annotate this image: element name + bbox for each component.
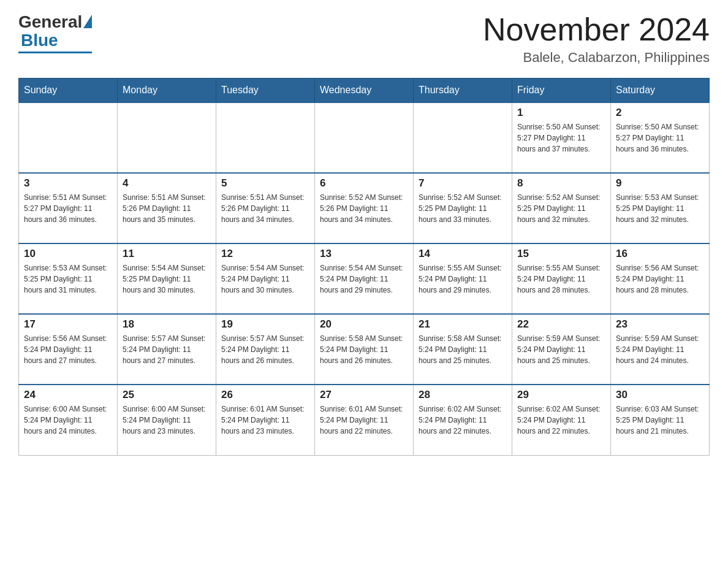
weekday-header-thursday: Thursday [414,79,512,103]
day-number: 5 [221,177,309,190]
week-row-3: 10Sunrise: 5:53 AM Sunset: 5:25 PM Dayli… [19,243,710,314]
day-number: 9 [616,177,704,190]
day-number: 4 [123,177,211,190]
day-number: 16 [616,248,704,260]
day-info: Sunrise: 6:00 AM Sunset: 5:24 PM Dayligh… [24,404,112,437]
weekday-header-tuesday: Tuesday [216,79,315,103]
weekday-header-row: SundayMondayTuesdayWednesdayThursdayFrid… [19,79,710,103]
day-number: 27 [320,389,408,401]
day-info: Sunrise: 5:54 AM Sunset: 5:24 PM Dayligh… [320,262,408,296]
day-number: 29 [517,389,605,401]
day-info: Sunrise: 5:58 AM Sunset: 5:24 PM Dayligh… [320,333,408,366]
week-row-2: 3Sunrise: 5:51 AM Sunset: 5:27 PM Daylig… [19,173,710,243]
day-info: Sunrise: 6:00 AM Sunset: 5:24 PM Dayligh… [123,404,211,437]
day-number: 21 [419,318,507,331]
day-info: Sunrise: 5:50 AM Sunset: 5:27 PM Dayligh… [517,121,605,155]
week-row-4: 17Sunrise: 5:56 AM Sunset: 5:24 PM Dayli… [19,314,710,385]
day-info: Sunrise: 5:55 AM Sunset: 5:24 PM Dayligh… [517,262,605,296]
day-info: Sunrise: 5:51 AM Sunset: 5:27 PM Dayligh… [24,192,112,225]
calendar-cell: 5Sunrise: 5:51 AM Sunset: 5:26 PM Daylig… [216,173,315,243]
day-info: Sunrise: 6:02 AM Sunset: 5:24 PM Dayligh… [419,404,507,437]
calendar-cell [414,102,512,173]
calendar-cell: 19Sunrise: 5:57 AM Sunset: 5:24 PM Dayli… [216,314,315,385]
day-number: 17 [24,318,112,331]
calendar-cell [315,102,414,173]
weekday-header-wednesday: Wednesday [315,79,414,103]
title-section: November 2024 Balele, Calabarzon, Philip… [483,12,710,66]
day-number: 3 [24,177,112,190]
location-title: Balele, Calabarzon, Philippines [483,50,710,66]
calendar-cell: 2Sunrise: 5:50 AM Sunset: 5:27 PM Daylig… [611,102,710,173]
calendar-cell: 6Sunrise: 5:52 AM Sunset: 5:26 PM Daylig… [315,173,414,243]
calendar-cell: 13Sunrise: 5:54 AM Sunset: 5:24 PM Dayli… [315,243,414,314]
calendar-cell: 15Sunrise: 5:55 AM Sunset: 5:24 PM Dayli… [512,243,611,314]
day-info: Sunrise: 5:54 AM Sunset: 5:24 PM Dayligh… [221,262,309,296]
day-number: 18 [123,318,211,331]
calendar-cell [216,102,315,173]
calendar-cell: 10Sunrise: 5:53 AM Sunset: 5:25 PM Dayli… [19,243,118,314]
day-number: 12 [221,248,309,260]
calendar-cell: 28Sunrise: 6:02 AM Sunset: 5:24 PM Dayli… [414,385,512,455]
calendar-cell: 29Sunrise: 6:02 AM Sunset: 5:24 PM Dayli… [512,385,611,455]
day-number: 14 [419,248,507,260]
weekday-header-monday: Monday [118,79,216,103]
day-info: Sunrise: 5:53 AM Sunset: 5:25 PM Dayligh… [616,192,704,225]
calendar-cell: 14Sunrise: 5:55 AM Sunset: 5:24 PM Dayli… [414,243,512,314]
day-info: Sunrise: 5:53 AM Sunset: 5:25 PM Dayligh… [24,262,112,296]
calendar-cell: 18Sunrise: 5:57 AM Sunset: 5:24 PM Dayli… [118,314,216,385]
calendar-cell: 23Sunrise: 5:59 AM Sunset: 5:24 PM Dayli… [611,314,710,385]
day-info: Sunrise: 5:55 AM Sunset: 5:24 PM Dayligh… [419,262,507,296]
day-number: 2 [616,107,704,119]
day-info: Sunrise: 5:58 AM Sunset: 5:24 PM Dayligh… [419,333,507,366]
calendar-cell [118,102,216,173]
day-info: Sunrise: 6:01 AM Sunset: 5:24 PM Dayligh… [221,404,309,437]
month-title: November 2024 [483,12,710,47]
day-number: 24 [24,389,112,401]
calendar-cell: 21Sunrise: 5:58 AM Sunset: 5:24 PM Dayli… [414,314,512,385]
day-number: 11 [123,248,211,260]
calendar-cell: 16Sunrise: 5:56 AM Sunset: 5:24 PM Dayli… [611,243,710,314]
calendar-cell [19,102,118,173]
calendar-cell: 4Sunrise: 5:51 AM Sunset: 5:26 PM Daylig… [118,173,216,243]
calendar-cell: 30Sunrise: 6:03 AM Sunset: 5:25 PM Dayli… [611,385,710,455]
day-number: 30 [616,389,704,401]
day-info: Sunrise: 5:51 AM Sunset: 5:26 PM Dayligh… [123,192,211,225]
day-number: 20 [320,318,408,331]
weekday-header-saturday: Saturday [611,79,710,103]
day-info: Sunrise: 5:52 AM Sunset: 5:26 PM Dayligh… [320,192,408,225]
day-number: 25 [123,389,211,401]
day-info: Sunrise: 5:59 AM Sunset: 5:24 PM Dayligh… [517,333,605,366]
day-number: 8 [517,177,605,190]
calendar-cell: 24Sunrise: 6:00 AM Sunset: 5:24 PM Dayli… [19,385,118,455]
week-row-1: 1Sunrise: 5:50 AM Sunset: 5:27 PM Daylig… [19,102,710,173]
logo-underline [18,52,92,53]
calendar-cell: 9Sunrise: 5:53 AM Sunset: 5:25 PM Daylig… [611,173,710,243]
calendar-table: SundayMondayTuesdayWednesdayThursdayFrid… [18,78,710,456]
day-info: Sunrise: 6:03 AM Sunset: 5:25 PM Dayligh… [616,404,704,437]
calendar-cell: 1Sunrise: 5:50 AM Sunset: 5:27 PM Daylig… [512,102,611,173]
day-info: Sunrise: 6:01 AM Sunset: 5:24 PM Dayligh… [320,404,408,437]
week-row-5: 24Sunrise: 6:00 AM Sunset: 5:24 PM Dayli… [19,385,710,455]
logo-triangle-icon [83,15,92,28]
calendar-cell: 3Sunrise: 5:51 AM Sunset: 5:27 PM Daylig… [19,173,118,243]
logo: General Blue [18,12,92,53]
day-info: Sunrise: 5:57 AM Sunset: 5:24 PM Dayligh… [123,333,211,366]
weekday-header-sunday: Sunday [19,79,118,103]
calendar-cell: 7Sunrise: 5:52 AM Sunset: 5:25 PM Daylig… [414,173,512,243]
day-info: Sunrise: 5:59 AM Sunset: 5:24 PM Dayligh… [616,333,704,366]
logo-general-text: General [18,12,82,32]
weekday-header-friday: Friday [512,79,611,103]
calendar-cell: 12Sunrise: 5:54 AM Sunset: 5:24 PM Dayli… [216,243,315,314]
day-number: 6 [320,177,408,190]
day-number: 15 [517,248,605,260]
day-info: Sunrise: 5:54 AM Sunset: 5:25 PM Dayligh… [123,262,211,296]
day-info: Sunrise: 5:50 AM Sunset: 5:27 PM Dayligh… [616,121,704,155]
page-header: General Blue November 2024 Balele, Calab… [18,12,710,66]
day-info: Sunrise: 5:56 AM Sunset: 5:24 PM Dayligh… [24,333,112,366]
day-number: 13 [320,248,408,260]
day-number: 10 [24,248,112,260]
day-info: Sunrise: 5:57 AM Sunset: 5:24 PM Dayligh… [221,333,309,366]
calendar-cell: 11Sunrise: 5:54 AM Sunset: 5:25 PM Dayli… [118,243,216,314]
day-info: Sunrise: 5:51 AM Sunset: 5:26 PM Dayligh… [221,192,309,225]
calendar-cell: 20Sunrise: 5:58 AM Sunset: 5:24 PM Dayli… [315,314,414,385]
